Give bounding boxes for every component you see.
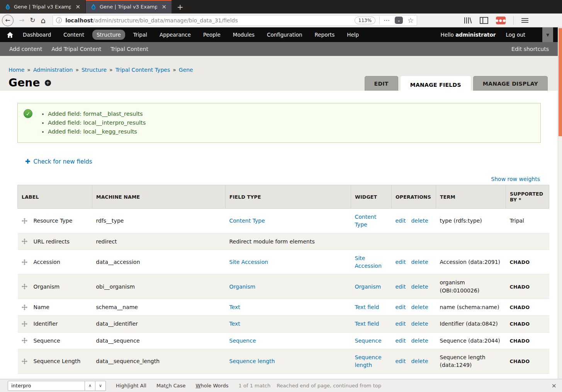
edit-link[interactable]: edit: [396, 218, 406, 224]
widget-link[interactable]: Sequence length: [355, 354, 382, 368]
admin-home-icon[interactable]: [7, 32, 13, 38]
tab-manage-display[interactable]: MANAGE DISPLAY: [473, 76, 548, 91]
widget-link[interactable]: Content Type: [355, 214, 377, 228]
widget-link[interactable]: Text field: [355, 304, 379, 310]
field-type-link[interactable]: Text: [229, 304, 240, 310]
edit-shortcuts-link[interactable]: Edit shortcuts: [511, 46, 549, 52]
breadcrumb-link-gene[interactable]: Gene: [179, 67, 193, 73]
tab-edit[interactable]: EDIT: [365, 76, 398, 91]
drag-handle-icon[interactable]: [22, 284, 27, 289]
zoom-level-indicator[interactable]: 113%: [355, 17, 375, 24]
edit-link[interactable]: edit: [396, 284, 406, 290]
extension-badge-icon[interactable]: ●●●: [496, 17, 506, 24]
tab-manage-fields[interactable]: MANAGE FIELDS: [401, 76, 471, 93]
delete-link[interactable]: delete: [411, 284, 428, 290]
toolbar-item-dashboard[interactable]: Dashboard: [19, 30, 55, 40]
toolbar-dropdown-toggle[interactable]: ▼: [542, 27, 553, 42]
match-case-button[interactable]: Match Case: [156, 383, 186, 389]
toolbar-item-help[interactable]: Help: [343, 30, 363, 40]
field-type-link[interactable]: Content Type: [229, 218, 265, 224]
drag-handle-icon[interactable]: [22, 304, 27, 310]
bookmark-star-icon[interactable]: ☆: [407, 16, 414, 24]
widget-link[interactable]: Sequence: [355, 338, 382, 344]
site-info-icon[interactable]: i: [56, 17, 62, 23]
operations-cell: editdelete: [392, 316, 436, 332]
scrollbar-thumb[interactable]: [559, 28, 562, 136]
find-close-icon[interactable]: ×: [552, 382, 557, 389]
find-next-button[interactable]: ∨: [95, 381, 106, 391]
edit-link[interactable]: edit: [396, 304, 406, 310]
url-text[interactable]: localhost/admin/structure/bio_data/manag…: [65, 17, 355, 24]
toolbar-item-configuration[interactable]: Configuration: [263, 30, 307, 40]
find-input[interactable]: [8, 381, 85, 391]
reload-button[interactable]: ↻: [30, 17, 35, 24]
edit-link[interactable]: edit: [396, 358, 406, 364]
toolbar-item-modules[interactable]: Modules: [229, 30, 259, 40]
logout-link[interactable]: Log out: [506, 32, 525, 38]
shortcut-link-tripal-content[interactable]: Tripal Content: [110, 46, 148, 52]
delete-link[interactable]: delete: [411, 304, 428, 310]
library-icon[interactable]: [464, 17, 472, 24]
forward-button[interactable]: →: [19, 17, 24, 24]
back-button[interactable]: ←: [2, 15, 14, 26]
highlight-all-button[interactable]: Highlight All: [116, 383, 146, 389]
field-type-link[interactable]: Organism: [229, 284, 256, 290]
field-type-link[interactable]: Site Accession: [229, 259, 268, 265]
toolbar-item-structure[interactable]: Structure: [92, 30, 125, 40]
shortcut-link-add-tripal-content[interactable]: Add Tripal Content: [51, 46, 101, 52]
sidebars-icon[interactable]: [480, 17, 488, 24]
tab-close-icon[interactable]: ✕: [160, 3, 168, 10]
drag-handle-icon[interactable]: [22, 218, 27, 224]
field-row-sequence: Sequencedata__sequenceSequenceSequenceed…: [18, 332, 549, 349]
plus-icon: ✚: [25, 158, 30, 165]
edit-link[interactable]: edit: [396, 259, 406, 265]
field-type-link[interactable]: Sequence length: [229, 358, 275, 364]
field-type-link[interactable]: Text: [229, 321, 240, 327]
column-header-term: TERM: [436, 185, 506, 209]
drag-handle-icon[interactable]: [22, 358, 27, 364]
find-previous-button[interactable]: ∧: [85, 381, 95, 391]
toolbar-item-content[interactable]: Content: [59, 30, 88, 40]
toolbar-item-tripal[interactable]: Tripal: [129, 30, 151, 40]
widget-link[interactable]: Site Accession: [355, 255, 382, 269]
breadcrumb-link-home[interactable]: Home: [8, 67, 24, 73]
url-bar[interactable]: i localhost/admin/structure/bio_data/man…: [53, 15, 417, 26]
breadcrumb-link-structure[interactable]: Structure: [81, 67, 107, 73]
drupal-favicon-icon: [90, 4, 97, 10]
toolbar-item-people[interactable]: People: [199, 30, 225, 40]
browser-tab-inactive[interactable]: Gene | Tripal v3 Example ✕: [0, 0, 86, 14]
show-row-weights-link[interactable]: Show row weights: [491, 176, 540, 182]
window-scrollbar[interactable]: [558, 27, 562, 379]
toolbar-item-appearance[interactable]: Appearance: [155, 30, 195, 40]
hamburger-menu-icon[interactable]: [521, 18, 528, 23]
widget-link[interactable]: Text field: [355, 321, 379, 327]
delete-link[interactable]: delete: [411, 259, 428, 265]
breadcrumb-link-administration[interactable]: Administration: [33, 67, 73, 73]
home-button[interactable]: ⌂: [41, 17, 46, 24]
edit-link[interactable]: edit: [396, 321, 406, 327]
edit-link[interactable]: edit: [396, 338, 406, 344]
check-for-new-fields-link[interactable]: Check for new fields: [33, 158, 92, 165]
shortcut-link-add-content[interactable]: Add content: [9, 46, 42, 52]
drag-handle-icon[interactable]: [22, 338, 27, 343]
term-cell: Sequence (data:2044): [436, 332, 506, 349]
new-tab-button[interactable]: +: [171, 0, 189, 14]
drag-handle-icon[interactable]: [22, 238, 27, 244]
contextual-add-icon[interactable]: +: [45, 80, 51, 86]
breadcrumb-link-tripal-content-types[interactable]: Tripal Content Types: [115, 67, 170, 73]
whole-words-button[interactable]: Whole Words: [196, 383, 229, 389]
browser-tab-active[interactable]: Gene | Tripal v3 Example ✕: [86, 0, 171, 14]
delete-link[interactable]: delete: [411, 218, 428, 224]
tab-close-icon[interactable]: ✕: [74, 3, 81, 10]
toolbar-item-reports[interactable]: Reports: [311, 30, 339, 40]
delete-link[interactable]: delete: [411, 321, 428, 327]
supported-by-value: CHADO: [510, 284, 530, 290]
field-type-link[interactable]: Sequence: [229, 338, 256, 344]
widget-link[interactable]: Organism: [355, 284, 381, 290]
page-actions-icon[interactable]: ⋯: [384, 17, 390, 24]
drag-handle-icon[interactable]: [22, 321, 27, 327]
delete-link[interactable]: delete: [411, 338, 428, 344]
pocket-icon[interactable]: ⌄: [395, 17, 403, 24]
drag-handle-icon[interactable]: [22, 259, 27, 265]
delete-link[interactable]: delete: [411, 358, 428, 364]
